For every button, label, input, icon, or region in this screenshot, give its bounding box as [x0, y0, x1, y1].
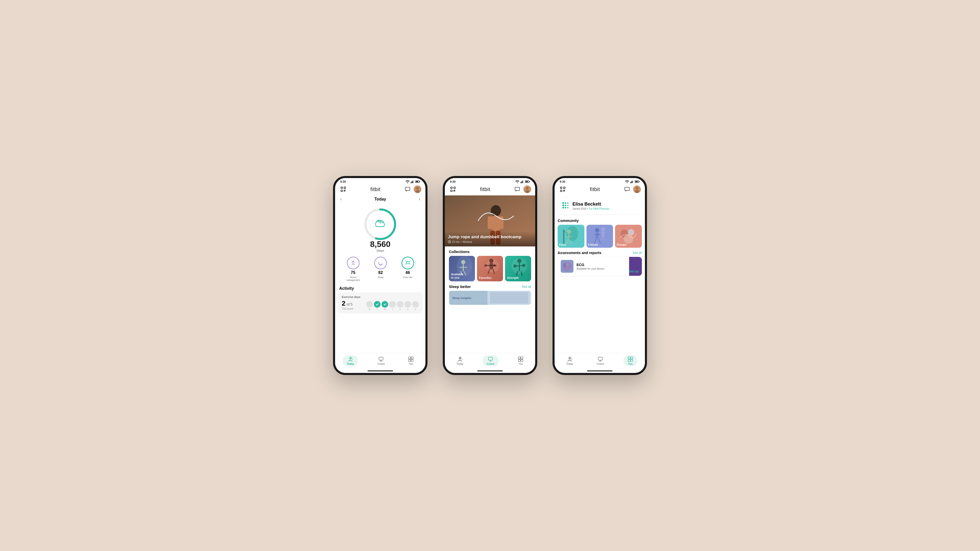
hero-duration: 15 min: [452, 241, 460, 243]
svg-rect-23: [379, 357, 383, 360]
sleep-preview: Sleep insights: [449, 291, 531, 305]
avatar-2[interactable]: [523, 186, 531, 193]
svg-point-108: [635, 190, 639, 193]
chat-icon-3[interactable]: [623, 185, 631, 193]
stress-circle: [347, 257, 360, 269]
svg-point-45: [526, 187, 528, 189]
coach-icon-3: [597, 356, 603, 362]
exercise-days-label: Exercise days: [342, 295, 419, 299]
collection-available[interactable]: Availableto you: [449, 256, 475, 281]
day-label-w: W: [382, 308, 388, 310]
scan-icon-3[interactable]: [558, 185, 567, 193]
sleep-circle: [374, 257, 387, 269]
bottom-nav-3: Today Coach: [555, 353, 645, 369]
collection-strength[interactable]: Strength: [505, 256, 531, 281]
day-circle-t2: [389, 301, 396, 308]
coach-icon-2: [488, 356, 493, 362]
you-nav-icon: [408, 356, 414, 362]
day-label-f: F: [397, 308, 404, 310]
scan-icon[interactable]: [339, 185, 347, 193]
svg-rect-69: [493, 265, 495, 267]
svg-point-46: [525, 190, 529, 193]
nav-you-1[interactable]: You: [404, 355, 418, 366]
exercise-count: 2: [342, 300, 345, 307]
phone-screen-coach: 9:30: [445, 178, 535, 373]
hero-workout-image[interactable]: Jump rope and dumbbell bootcamp 15 min •…: [445, 195, 535, 246]
nav-coach-1[interactable]: Coach: [373, 355, 389, 366]
svg-rect-31: [522, 181, 523, 183]
nav-you-3[interactable]: You: [624, 355, 637, 366]
nav-you-2[interactable]: You: [514, 355, 528, 366]
svg-rect-4: [414, 180, 414, 183]
sleep-see-all[interactable]: See all: [522, 285, 531, 289]
status-time-3: 9:30: [560, 180, 565, 183]
day-label-t2: T: [389, 308, 396, 310]
stress-label: Stressmanagement: [346, 276, 360, 282]
nav-coach-label-2: Coach: [487, 362, 495, 365]
svg-point-28: [517, 183, 518, 183]
nav-coach-label-1: Coach: [377, 362, 385, 365]
week-labels: M T W T F S S: [366, 308, 419, 310]
premium-link[interactable]: Try Fitbit Premium: [589, 207, 609, 210]
friends-label: Friends: [588, 243, 598, 246]
assessments-see-all[interactable]: See all: [632, 251, 642, 254]
svg-rect-29: [520, 182, 521, 183]
nav-today-1[interactable]: Today: [343, 355, 358, 366]
prev-date-btn[interactable]: ‹: [340, 197, 342, 202]
phone-screen-you: 9:30: [555, 178, 645, 373]
svg-point-73: [517, 259, 522, 263]
available-label: Availableto you: [451, 273, 463, 279]
collections-grid: Availableto you: [449, 256, 531, 281]
avatar-3[interactable]: [633, 186, 641, 193]
community-title: Community: [558, 218, 642, 223]
svg-point-18: [415, 190, 420, 193]
bottom-nav-2: Today Coach: [445, 353, 535, 369]
favorites-label: Favorites: [479, 276, 492, 279]
svg-rect-152: [631, 359, 633, 362]
avatar-1[interactable]: [414, 186, 422, 193]
svg-line-57: [449, 242, 450, 242]
chat-icon[interactable]: [404, 185, 412, 193]
scan-icon-2[interactable]: [449, 185, 457, 193]
collection-favorites[interactable]: Favorites: [477, 256, 503, 281]
svg-rect-148: [598, 357, 602, 360]
svg-rect-43: [515, 187, 520, 191]
community-feed[interactable]: Feed: [558, 225, 584, 248]
svg-rect-151: [628, 359, 630, 362]
groups-label: Groups: [617, 243, 627, 246]
svg-rect-2: [412, 181, 412, 183]
nav-today-label-3: Today: [566, 362, 573, 365]
svg-rect-26: [409, 359, 410, 362]
app-title-3: fitbit: [590, 186, 600, 192]
svg-rect-89: [521, 359, 523, 362]
status-time: 9:30: [340, 180, 346, 183]
svg-point-21: [352, 262, 354, 264]
chat-icon-2[interactable]: [513, 185, 522, 193]
nav-today-label-1: Today: [347, 362, 354, 365]
signal-icon-3: [630, 180, 634, 183]
ecg-thumbnail: [561, 260, 573, 273]
days-bar: [366, 301, 419, 308]
community-friends[interactable]: Friends: [587, 225, 613, 248]
community-groups[interactable]: Groups: [615, 225, 642, 248]
nav-today-2[interactable]: Today: [452, 355, 468, 366]
next-date-btn[interactable]: ›: [419, 197, 420, 202]
svg-rect-27: [411, 359, 413, 362]
nav-coach-2[interactable]: Coach: [483, 355, 499, 366]
you-icon-2: [518, 356, 523, 362]
steps-circle: [363, 206, 398, 242]
svg-rect-146: [566, 266, 568, 270]
status-icons: [406, 180, 420, 183]
zone-value: 46: [406, 270, 410, 275]
setup-button[interactable]: Set up: [628, 269, 639, 273]
zone-circle: [401, 257, 414, 269]
svg-rect-94: [633, 180, 634, 183]
day-circle-m: [366, 301, 373, 308]
svg-point-112: [563, 205, 564, 206]
steps-ring: 8,560 Steps: [335, 204, 425, 254]
wifi-icon: [406, 180, 410, 183]
svg-point-77: [522, 264, 525, 267]
svg-point-0: [407, 183, 408, 183]
nav-today-3[interactable]: Today: [562, 355, 577, 366]
nav-coach-3[interactable]: Coach: [593, 355, 608, 366]
